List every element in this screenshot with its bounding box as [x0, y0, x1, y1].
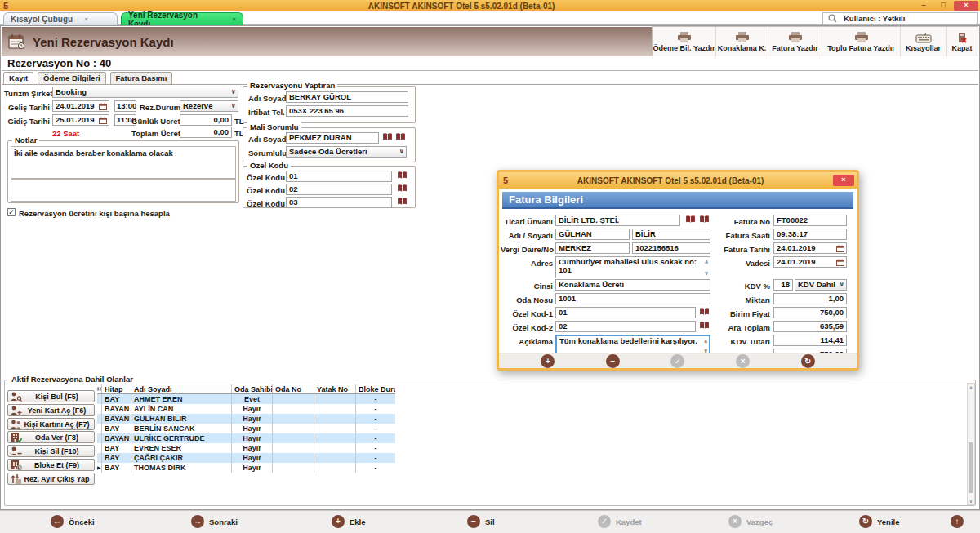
lookup-book-icon[interactable]: [397, 171, 408, 180]
turizm-sirketi-select[interactable]: Booking: [52, 87, 238, 98]
rez-ayir-cikis-button[interactable]: Rez. Ayır Çıkış Yap: [7, 473, 95, 485]
dialog-close-button[interactable]: ×: [833, 175, 854, 186]
lookup-book-icon[interactable]: [397, 184, 408, 193]
table-row[interactable]: BAYAHMET ERENEvet-: [97, 394, 395, 404]
irtibat-tel-input[interactable]: 053X 223 65 96: [286, 105, 408, 117]
kisi-sil-button[interactable]: Kişi Sil (F10): [7, 445, 95, 457]
ozel-kodu-3-input[interactable]: 03: [286, 197, 392, 208]
subtab-kayit[interactable]: Kayıt: [3, 72, 33, 84]
bloke-et-button[interactable]: Bloke Et (F9): [7, 459, 95, 471]
vadesi-input[interactable]: 24.01.2019: [773, 256, 847, 268]
kdv-tip-select[interactable]: KDV Dahil: [795, 279, 847, 291]
close-button[interactable]: ×: [954, 1, 978, 11]
subtab-odeme-bilgileri[interactable]: Ödeme Bilgileri: [38, 72, 106, 84]
gelis-tarihi-input[interactable]: 24.01.2019: [52, 100, 109, 112]
ara-toplam-input[interactable]: 635,59: [773, 321, 847, 332]
table-scrollbar[interactable]: [967, 383, 975, 505]
tab-close-icon[interactable]: ×: [84, 16, 88, 23]
table-row[interactable]: BAYANULRİKE GERTRUDEHayır-: [97, 433, 395, 443]
kisi-kartini-ac-button[interactable]: Kişi Kartını Aç (F7): [7, 418, 95, 430]
vergi-daire-input[interactable]: MERKEZ: [555, 242, 630, 254]
confirm-button[interactable]: ✓: [670, 354, 684, 368]
calendar-icon[interactable]: [836, 245, 844, 252]
restore-button[interactable]: □: [934, 1, 952, 11]
lookup-book-icon[interactable]: [685, 215, 696, 224]
ekle-button[interactable]: +Ekle: [332, 515, 366, 528]
ozel-kodu-2-input[interactable]: 02: [286, 184, 392, 195]
notlar-textarea-2[interactable]: [11, 179, 236, 202]
sorumluluk-select[interactable]: Sadece Oda Ücretleri: [286, 146, 407, 158]
col-oda-no[interactable]: Oda No: [273, 384, 314, 394]
ozel-kodu-1-input[interactable]: 01: [286, 171, 392, 182]
scroll-down-icon[interactable]: [704, 270, 709, 276]
toplu-fatura-yazdir-button[interactable]: Toplu Fatura Yazdır: [822, 27, 901, 56]
kapat-button[interactable]: Kapat: [947, 27, 978, 56]
adres-textarea[interactable]: Cumhuriyet mahallesi Ulus sokak no: 101: [555, 256, 710, 278]
ozel-kod-2-input[interactable]: 02: [555, 321, 696, 332]
col-yatak-no[interactable]: Yatak No: [314, 384, 356, 394]
minimize-button[interactable]: –: [915, 1, 933, 11]
lookup-book-icon[interactable]: [397, 197, 408, 207]
cancel-button[interactable]: ×: [736, 354, 750, 368]
sil-button[interactable]: −Sil: [467, 515, 495, 528]
tab-close-icon[interactable]: ×: [232, 16, 236, 23]
miktari-input[interactable]: 1,00: [773, 293, 847, 304]
col-adi-soyadi[interactable]: Adı Soyadı: [131, 384, 232, 394]
odeme-bil-yazdir-button[interactable]: Ödeme Bil. Yazdır: [653, 27, 716, 56]
table-row[interactable]: BAYANAYLİN CANHayır-: [97, 404, 395, 414]
kaydet-button[interactable]: ✓Kaydet: [598, 515, 642, 528]
table-row-current[interactable]: ▶BAYTHOMAS DİRKHayır-: [97, 463, 395, 473]
lookup-book-icon[interactable]: [699, 307, 710, 317]
col-bloke-durum[interactable]: Bloke Durum: [356, 384, 395, 394]
fatura-saati-input[interactable]: 09:38:17: [773, 229, 847, 240]
oda-ver-button[interactable]: Oda Ver (F8): [7, 431, 95, 443]
scroll-up-icon[interactable]: [704, 259, 709, 264]
subtab-fatura-basimi[interactable]: Fatura Basımı: [110, 72, 173, 84]
remove-button[interactable]: −: [606, 354, 620, 368]
yenile-button[interactable]: ↻Yenile: [859, 515, 899, 528]
kdv-tutari-input[interactable]: 114,41: [773, 335, 847, 346]
gelis-saat-input[interactable]: 13:00: [114, 100, 136, 112]
calendar-icon[interactable]: [99, 117, 107, 124]
vergi-no-input[interactable]: 1022156516: [632, 242, 710, 254]
sonraki-button[interactable]: →Sonraki: [191, 515, 238, 528]
lookup-book-icon[interactable]: [382, 132, 393, 142]
add-button[interactable]: +: [541, 354, 555, 368]
calendar-icon[interactable]: [836, 259, 844, 266]
ozel-kod-1-input[interactable]: 01: [555, 307, 696, 318]
fatura-tarihi-input[interactable]: 24.01.2019: [773, 242, 847, 254]
kdv-oran-input[interactable]: 18: [773, 279, 793, 291]
rez-durum-select[interactable]: Rezerve: [180, 100, 238, 112]
yaptiran-adi-input[interactable]: BERKAY GÜROL: [286, 91, 408, 103]
col-hitap[interactable]: Hitap: [102, 384, 131, 394]
window-titlebar[interactable]: 5 AKINSOFT AKINSOFT Otel 5 s5.02.01d (Be…: [0, 0, 980, 11]
col-oda-sahibi[interactable]: Oda Sahibi: [232, 384, 273, 394]
kisayollar-button[interactable]: Kısayollar: [901, 27, 947, 56]
kisi-basina-checkbox[interactable]: ✓: [7, 208, 16, 216]
scroll-top-button[interactable]: ↑: [951, 515, 964, 528]
oda-nosu-input[interactable]: 1001: [555, 293, 710, 304]
tab-kisayol-cubugu[interactable]: Kısayol Çubuğu ×: [3, 12, 118, 25]
scroll-up-icon[interactable]: [703, 338, 708, 344]
user-search-box[interactable]: Kullanıcı : Yetkili: [822, 12, 978, 24]
ticari-unvani-input[interactable]: BİLİR LTD. ŞTEİ.: [555, 215, 680, 226]
table-row[interactable]: BAYEVREN ESERHayır-: [97, 443, 395, 453]
cinsi-input[interactable]: Konaklama Ücreti: [555, 279, 710, 291]
fatura-adi-input[interactable]: GÜLHAN: [555, 229, 630, 240]
refresh-button[interactable]: ↻: [801, 354, 815, 368]
mali-adi-input[interactable]: PEKMEZ DURAN: [286, 132, 379, 144]
gidis-tarihi-input[interactable]: 25.01.2019: [52, 114, 109, 126]
vazgec-button[interactable]: ×Vazgeç: [728, 515, 773, 528]
table-row[interactable]: BAYANGÜLHAN BİLİRHayır-: [97, 414, 395, 424]
yeni-kart-ac-button[interactable]: Yeni Kart Aç (F6): [7, 404, 95, 416]
notlar-textarea[interactable]: İki aile odasında beraber konaklama olac…: [11, 146, 236, 179]
lookup-book-icon[interactable]: [699, 215, 710, 224]
fatura-yazdir-button[interactable]: Fatura Yazdır: [768, 27, 822, 56]
lookup-book-icon[interactable]: [699, 321, 710, 331]
gunluk-ucret-input[interactable]: 0,00: [180, 114, 232, 126]
scrollbar-thumb[interactable]: [969, 442, 973, 493]
konaklama-k-button[interactable]: Konaklama K.: [716, 27, 768, 56]
birim-fiyat-input[interactable]: 750,00: [773, 307, 847, 318]
fatura-no-input[interactable]: FT00022: [773, 215, 847, 226]
kisi-bul-button[interactable]: Kişi Bul (F5): [7, 390, 95, 402]
